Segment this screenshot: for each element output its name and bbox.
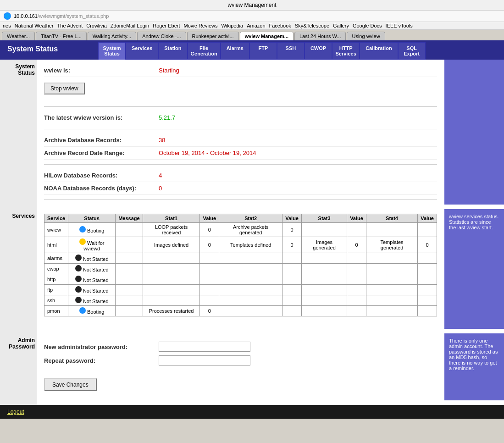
col-val3: Value <box>347 214 366 223</box>
nav-ssh[interactable]: SSH <box>277 42 305 60</box>
bookmark-ieee[interactable]: IEEE vTools <box>386 23 413 28</box>
bookmark-gallery[interactable]: Gallery <box>333 23 349 28</box>
nav-file-generation[interactable]: FileGeneration <box>188 42 221 60</box>
repeat-password-input[interactable] <box>159 355 250 365</box>
service-stat1: Processes restarted <box>143 306 200 316</box>
service-stat3 <box>302 295 347 306</box>
new-password-input[interactable] <box>159 342 250 352</box>
service-val2 <box>282 264 302 274</box>
logout-link[interactable]: Logout <box>7 409 24 415</box>
service-stat2: Templates defined <box>219 237 282 253</box>
service-name: http <box>44 274 68 285</box>
nav-calibration[interactable]: Calibration <box>360 42 398 60</box>
service-val1 <box>200 253 219 264</box>
service-val4 <box>418 295 437 306</box>
service-stat3 <box>302 274 347 285</box>
service-val2: 0 <box>282 237 302 253</box>
bookmarks-bar: nes National Weather The Advent Crowlivi… <box>0 22 504 30</box>
table-row: wview Booting LOOP packets received 0 Ar… <box>44 223 437 237</box>
nav-system-status[interactable]: SystemStatus <box>98 42 126 60</box>
status-text: Not Started <box>83 267 109 272</box>
browser-title: wview Management <box>227 2 276 8</box>
wview-is-label: wview is: <box>44 67 159 74</box>
nav-station[interactable]: Station <box>158 42 187 60</box>
service-message <box>116 237 143 253</box>
bookmark-natweather[interactable]: National Weather <box>15 23 54 28</box>
service-stat1: LOOP packets received <box>143 223 200 237</box>
status-text: Booting <box>87 309 104 315</box>
admin-right-info: There is only one admin account. The pas… <box>444 333 504 400</box>
service-val1 <box>200 285 219 295</box>
nav-sql-export[interactable]: SQLExport <box>398 42 426 60</box>
service-val1: 0 <box>200 306 219 316</box>
stop-wview-button[interactable]: Stop wview <box>44 83 85 94</box>
nav-ftp[interactable]: FTP <box>249 42 277 60</box>
bookmark-crowlivia[interactable]: Crowlivia <box>86 23 107 28</box>
tab-24hours[interactable]: Last 24 Hours W... <box>294 32 346 40</box>
service-message <box>116 264 143 274</box>
hilow-records-row: HiLow Database Records: 4 <box>44 169 437 182</box>
service-status: Booting <box>68 306 116 316</box>
table-row: ssh Not Started <box>44 295 437 306</box>
bookmark-advent[interactable]: The Advent <box>57 23 83 28</box>
bookmark-skytele[interactable]: Sky&Telescope <box>295 23 329 28</box>
col-val1: Value <box>200 214 219 223</box>
bookmark-amazon[interactable]: Amazon <box>247 23 265 28</box>
tab-runkeeper[interactable]: Runkeeper activi... <box>187 32 239 40</box>
service-val2 <box>282 306 302 316</box>
service-status: Not Started <box>68 253 116 264</box>
status-dot <box>79 307 86 314</box>
service-val4 <box>418 274 437 285</box>
tab-using-wview[interactable]: Using wview <box>347 32 385 40</box>
bookmark-ebert[interactable]: Roger Ebert <box>153 23 180 28</box>
service-status: Not Started <box>68 285 116 295</box>
bookmark-facebook[interactable]: Facebook <box>269 23 291 28</box>
service-stat2 <box>219 264 282 274</box>
tab-walking[interactable]: Walking Activity... <box>88 32 136 40</box>
bookmark-wiki[interactable]: Wikipedia <box>221 23 243 28</box>
service-status: Not Started <box>68 295 116 306</box>
save-changes-button[interactable]: Save Changes <box>44 378 97 391</box>
service-status: Wait for wviewd <box>68 237 116 253</box>
nav-alarms[interactable]: Alarms <box>221 42 249 60</box>
service-stat3: Images generated <box>302 237 347 253</box>
noaa-records-label: NOAA Database Records (days): <box>44 185 159 192</box>
bookmark-zdome[interactable]: ZdomeMail Login <box>111 23 149 28</box>
tab-wview[interactable]: wview Managem... <box>240 32 294 40</box>
system-status-label: System Status <box>0 60 37 209</box>
nav-bar: SystemStatus Services Station FileGenera… <box>96 40 504 60</box>
table-row: pmon Booting Processes restarted 0 <box>44 306 437 316</box>
service-val3 <box>347 285 366 295</box>
status-dot <box>75 276 82 282</box>
nav-services[interactable]: Services <box>126 42 158 60</box>
service-name: cwop <box>44 264 68 274</box>
tab-titantv[interactable]: TitanTV - Free L... <box>36 32 87 40</box>
browser-tabs: Weather... TitanTV - Free L... Walking A… <box>0 30 504 40</box>
nav-http-services[interactable]: HTTPServices <box>332 42 360 60</box>
latest-version-label: The latest wview version is: <box>44 114 159 121</box>
status-text: Booting <box>87 228 104 233</box>
admin-password-section: Admin Password New administrator passwor… <box>0 333 504 405</box>
service-val2 <box>282 274 302 285</box>
service-val2 <box>282 295 302 306</box>
bookmark-gdocs[interactable]: Google Docs <box>353 23 382 28</box>
bookmark-movies[interactable]: Movie Reviews <box>184 23 218 28</box>
service-message <box>116 285 143 295</box>
service-stat4 <box>366 285 417 295</box>
service-message <box>116 274 143 285</box>
services-section: Services Service Status Message Stat1 Va… <box>0 209 504 333</box>
service-val3: 0 <box>347 237 366 253</box>
service-stat4: Templates generated <box>366 237 417 253</box>
service-stat2: Archive packets generated <box>219 223 282 237</box>
service-stat4 <box>366 264 417 274</box>
service-stat3 <box>302 285 347 295</box>
service-stat1 <box>143 253 200 264</box>
service-stat3 <box>302 253 347 264</box>
status-text: Wait for wviewd <box>83 240 104 251</box>
bookmark-nes[interactable]: nes <box>3 23 11 28</box>
archive-records-label: Archive Database Records: <box>44 137 159 144</box>
tab-weather[interactable]: Weather... <box>2 32 35 40</box>
tab-andrew[interactable]: Andrew Cloke -... <box>137 32 186 40</box>
nav-cwop[interactable]: CWOP <box>305 42 332 60</box>
service-val3 <box>347 274 366 285</box>
